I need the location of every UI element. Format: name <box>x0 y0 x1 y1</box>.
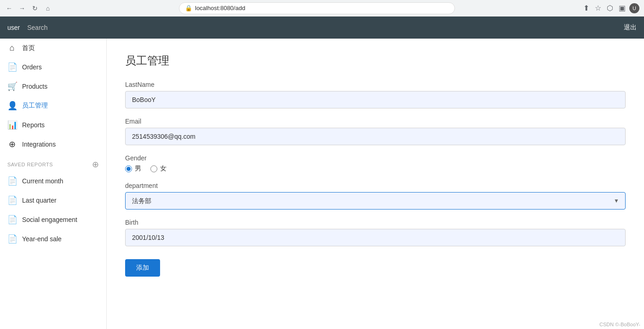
top-bar: user Search 退出 <box>0 17 644 39</box>
main-content: 员工管理 LastName Email Gender 男 <box>107 39 644 329</box>
browser-chrome: ← → ↻ ⌂ 🔒 localhost:8080/add ⬆ ☆ ⬡ ▣ U <box>0 0 644 17</box>
sidebar-item-label: Reports <box>22 121 45 129</box>
sidebar: ⌂ 首页 📄 Orders 🛒 Products 👤 员工管理 📊 Report… <box>0 39 107 329</box>
sidebar-item-employee[interactable]: 👤 员工管理 <box>0 96 106 115</box>
sidebar-item-home[interactable]: ⌂ 首页 <box>0 39 106 57</box>
sidebar-item-social-engagement[interactable]: 📄 Social engagement <box>0 210 106 229</box>
add-saved-report-button[interactable]: ⊕ <box>92 159 99 170</box>
reload-button[interactable]: ↻ <box>30 4 40 13</box>
employee-icon: 👤 <box>7 101 17 111</box>
bookmark-icon[interactable]: ☆ <box>593 4 603 13</box>
url-display: localhost:8080/add <box>195 5 449 11</box>
sidebar-item-integrations[interactable]: ⊕ Integrations <box>0 135 106 154</box>
sidebar-item-year-end-sale[interactable]: 📄 Year-end sale <box>0 229 106 249</box>
home-button[interactable]: ⌂ <box>43 4 52 13</box>
department-select[interactable]: 法务部 技术部 市场部 人事部 财务部 <box>125 192 626 210</box>
department-group: department 法务部 技术部 市场部 人事部 财务部 ▼ <box>125 182 626 210</box>
orders-icon: 📄 <box>7 62 17 72</box>
sidebar-item-label: 员工管理 <box>22 102 48 110</box>
sidebar-item-label: Orders <box>22 63 42 71</box>
gender-male-radio[interactable] <box>125 165 132 172</box>
department-label: department <box>125 182 626 189</box>
app-container: ⌂ 首页 📄 Orders 🛒 Products 👤 员工管理 📊 Report… <box>0 39 644 329</box>
sidebar-item-label: Social engagement <box>22 216 77 223</box>
window-icon[interactable]: ▣ <box>617 4 627 13</box>
sidebar-item-label: Current month <box>22 177 63 185</box>
sidebar-item-label: Integrations <box>22 141 56 148</box>
address-bar[interactable]: 🔒 localhost:8080/add <box>179 2 455 14</box>
lastname-input[interactable] <box>125 91 626 108</box>
integrations-icon: ⊕ <box>7 139 17 149</box>
gender-female-option[interactable]: 女 <box>150 164 167 173</box>
report-icon-4: 📄 <box>7 234 17 244</box>
logout-button[interactable]: 退出 <box>624 23 637 32</box>
gender-options: 男 女 <box>125 164 626 173</box>
report-icon-2: 📄 <box>7 195 17 205</box>
saved-reports-title: SAVED REPORTS <box>7 162 53 167</box>
sidebar-item-label: Last quarter <box>22 197 57 204</box>
share-icon[interactable]: ⬆ <box>581 4 591 13</box>
lastname-group: LastName <box>125 81 626 108</box>
sidebar-item-reports[interactable]: 📊 Reports <box>0 115 106 135</box>
email-input[interactable] <box>125 128 626 145</box>
birth-label: Birth <box>125 219 626 226</box>
gender-female-label: 女 <box>160 164 167 173</box>
page-title: 员工管理 <box>125 53 626 68</box>
email-label: Email <box>125 118 626 125</box>
sidebar-item-products[interactable]: 🛒 Products <box>0 77 106 96</box>
back-button[interactable]: ← <box>5 4 14 13</box>
sidebar-item-orders[interactable]: 📄 Orders <box>0 57 106 77</box>
lastname-label: LastName <box>125 81 626 88</box>
lock-icon: 🔒 <box>185 5 192 11</box>
gender-female-radio[interactable] <box>150 165 157 172</box>
browser-actions: ⬆ ☆ ⬡ ▣ U <box>581 3 639 13</box>
submit-button[interactable]: 添加 <box>125 259 160 277</box>
birth-input[interactable] <box>125 229 626 246</box>
footer-text: CSDN ©-BoBooY- <box>599 322 640 327</box>
sidebar-item-label: 首页 <box>22 44 35 52</box>
search-placeholder: Search <box>27 24 637 31</box>
birth-group: Birth <box>125 219 626 246</box>
gender-male-option[interactable]: 男 <box>125 164 141 173</box>
home-icon: ⌂ <box>7 43 17 53</box>
reports-icon: 📊 <box>7 120 17 130</box>
saved-reports-section: SAVED REPORTS ⊕ <box>0 154 106 171</box>
gender-group: Gender 男 女 <box>125 154 626 173</box>
extensions-icon[interactable]: ⬡ <box>605 4 615 13</box>
gender-male-label: 男 <box>135 164 141 173</box>
forward-button[interactable]: → <box>17 4 27 13</box>
report-icon-3: 📄 <box>7 215 17 225</box>
sidebar-item-last-quarter[interactable]: 📄 Last quarter <box>0 191 106 210</box>
products-icon: 🛒 <box>7 81 17 91</box>
email-group: Email <box>125 118 626 145</box>
top-bar-username: user <box>7 24 20 31</box>
report-icon-1: 📄 <box>7 176 17 186</box>
sidebar-item-label: Products <box>22 83 47 90</box>
sidebar-item-current-month[interactable]: 📄 Current month <box>0 171 106 191</box>
user-avatar[interactable]: U <box>629 3 639 13</box>
department-select-wrapper: 法务部 技术部 市场部 人事部 财务部 ▼ <box>125 192 626 210</box>
sidebar-item-label: Year-end sale <box>22 235 62 243</box>
gender-label: Gender <box>125 154 626 162</box>
